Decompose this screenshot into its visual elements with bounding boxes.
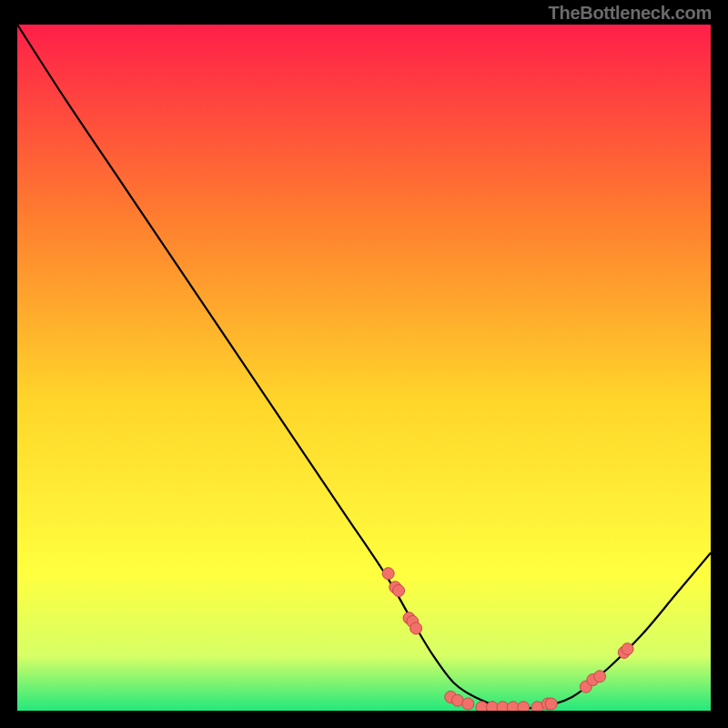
data-point bbox=[622, 643, 633, 655]
data-point bbox=[497, 702, 509, 711]
data-point bbox=[486, 702, 498, 711]
data-point bbox=[507, 702, 519, 711]
data-point bbox=[462, 698, 474, 710]
gradient-background bbox=[17, 25, 711, 711]
data-point bbox=[518, 702, 530, 711]
data-point bbox=[382, 568, 394, 580]
data-point bbox=[393, 585, 405, 597]
data-point bbox=[476, 702, 488, 711]
data-point bbox=[545, 698, 557, 710]
bottleneck-chart bbox=[17, 25, 711, 711]
attribution-label: TheBottleneck.com bbox=[549, 3, 712, 24]
data-point bbox=[594, 671, 606, 682]
chart-frame bbox=[15, 23, 713, 713]
data-point bbox=[410, 622, 422, 634]
